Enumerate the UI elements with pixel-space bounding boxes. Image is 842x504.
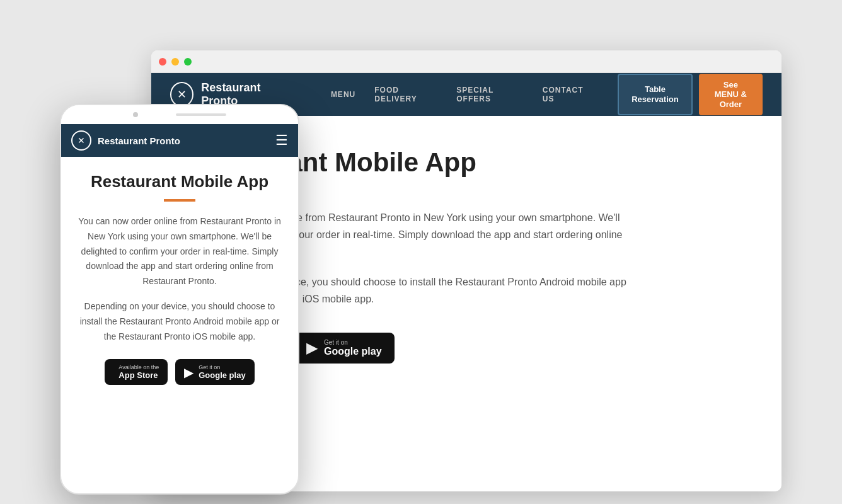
minimize-dot[interactable]: [171, 58, 179, 66]
nav-link-special-offers[interactable]: SPECIAL OFFERS: [456, 86, 524, 103]
mobile-navbar: ✕ Restaurant Pronto ☰: [61, 124, 298, 157]
phone-status-bar: [61, 105, 298, 124]
mobile-app-store-button[interactable]: Available on the App Store: [105, 359, 168, 385]
desktop-google-play-button[interactable]: ▶ Get it on Google play: [294, 333, 395, 364]
mobile-paragraph-2: Depending on your device, you should cho…: [74, 299, 285, 344]
mobile-title-divider: [164, 199, 195, 202]
hamburger-menu-button[interactable]: ☰: [275, 132, 288, 149]
phone-camera: [133, 112, 138, 117]
phone-speaker: [176, 113, 226, 116]
mobile-google-play-icon: ▶: [184, 365, 193, 380]
mobile-app-store-text: Available on the App Store: [118, 364, 159, 380]
google-play-icon: ▶: [306, 339, 318, 357]
desktop-google-play-text: Get it on Google play: [324, 339, 382, 357]
mobile-app-buttons: Available on the App Store ▶ Get it on G…: [74, 359, 285, 385]
mobile-phone: ✕ Restaurant Pronto ☰ Restaurant Mobile …: [60, 104, 299, 495]
see-menu-order-button[interactable]: See MENU &Order: [699, 74, 763, 116]
nav-link-menu[interactable]: MENU: [331, 90, 355, 99]
mobile-content: Restaurant Mobile App You can now order …: [61, 157, 298, 493]
desktop-nav-links: MENU FOOD DELIVERY SPECIAL OFFERS CONTAC…: [331, 86, 592, 103]
nav-link-contact[interactable]: CONTACT US: [543, 86, 592, 103]
mobile-paragraph-1: You can now order online from Restaurant…: [74, 214, 285, 289]
desktop-nav-buttons: TableReservation See MENU &Order: [618, 74, 763, 116]
desktop-logo-icon: ✕: [170, 82, 193, 107]
close-dot[interactable]: [159, 58, 166, 66]
maximize-dot[interactable]: [184, 58, 192, 66]
mobile-google-play-text: Get it on Google play: [199, 364, 245, 380]
mobile-logo-text: Restaurant Pronto: [98, 135, 180, 146]
mobile-page-title: Restaurant Mobile App: [74, 172, 285, 192]
table-reservation-button[interactable]: TableReservation: [618, 74, 692, 116]
browser-titlebar: [151, 50, 781, 73]
nav-link-food-delivery[interactable]: FOOD DELIVERY: [374, 86, 437, 103]
mobile-google-play-button[interactable]: ▶ Get it on Google play: [175, 359, 254, 385]
mobile-logo-icon: ✕: [71, 130, 91, 151]
mobile-logo: ✕ Restaurant Pronto: [71, 130, 180, 151]
